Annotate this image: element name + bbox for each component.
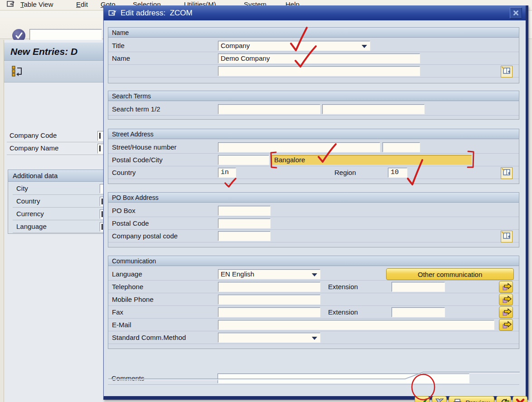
city-input[interactable]: Bangalore [271,155,472,165]
search-term-2-input[interactable] [322,104,425,114]
house-number-input[interactable] [382,142,420,152]
expand-name-icon[interactable] [501,66,513,77]
search-term-1-input[interactable] [218,104,320,114]
copy-arrow-icon [498,397,510,402]
language-label: Language [112,268,142,281]
street-address-header: Street Address [108,129,519,139]
red-x-icon [515,398,526,402]
std-comm-label: Standard Comm.Method [112,331,186,344]
title-value: Company [221,42,250,49]
name-input[interactable]: Demo Company [218,53,420,63]
dialog-titlebar[interactable]: Edit address: ZCOM [104,5,526,20]
other-communication-label: Other communication [418,271,483,278]
fax-extension-label: Extension [328,306,358,319]
edit-address-dialog: Edit address: ZCOM Name Title Company Na… [103,5,528,400]
add-email-button[interactable] [499,319,513,331]
country-label-bg: Country [16,197,40,205]
city-label: City [16,184,28,192]
comments-input[interactable] [218,373,469,383]
double-arrow-down-button[interactable] [432,396,447,402]
chevron-down-icon[interactable] [312,273,317,276]
country-label: Country [112,166,136,179]
company-name-field-stub[interactable] [97,144,104,154]
dialog-title: Edit address: ZCOM [121,9,193,18]
arrow-right-icon [501,295,512,304]
cancel-button[interactable] [513,396,527,402]
close-button[interactable] [510,7,522,19]
title-label: Title [112,39,125,52]
title-select[interactable]: Company [218,41,370,51]
preview-label: Preview [465,399,489,402]
pobox-postal-input[interactable] [218,218,271,228]
language-select[interactable]: EN English [218,269,320,279]
expand-street-icon[interactable] [501,167,513,179]
additional-data-group: Additional data City Country Currency La… [8,170,104,234]
region-input[interactable]: 10 [388,168,407,178]
row-divider [13,220,104,220]
language-label-bg: Language [16,223,47,230]
page-title: New Entries: D [4,46,77,57]
name-label: Name [112,52,130,65]
confirm-button[interactable] [415,396,430,402]
preview-button[interactable]: Preview [449,396,494,402]
country-input[interactable]: in [218,168,236,178]
window-menu-icon[interactable] [6,0,15,8]
company-code-label: Company Code [10,131,57,139]
fax-extension-input[interactable] [392,307,445,317]
postal-code-input[interactable] [218,155,269,165]
search-terms-header: Search Terms [108,91,519,101]
std-comm-select[interactable] [218,333,320,343]
company-code-field-stub[interactable] [97,131,104,141]
pobox-postal-label: Postal Code [112,217,149,230]
pobox-section: PO Box Address PO Box Postal Code Compan… [108,192,519,247]
international-versions-button[interactable] [496,396,511,402]
arrow-right-icon [501,320,512,329]
menu-table-view[interactable]: Table View [20,0,53,8]
company-name-label: Company Name [10,144,58,152]
comments-label: Comments [111,372,145,385]
other-communication-button[interactable]: Other communication [386,268,514,280]
chevron-down-icon[interactable] [362,45,367,48]
command-field[interactable] [29,29,102,41]
pobox-label: PO Box [112,204,135,217]
menu-edit[interactable]: Edit [76,0,88,8]
city-value: Bangalore [274,156,305,164]
company-postal-input[interactable] [218,231,271,241]
add-mobile-button[interactable] [499,294,513,305]
currency-label: Currency [16,210,44,218]
region-value: 10 [391,169,399,176]
arrow-right-icon [501,308,512,317]
name-section-header: Name [108,28,519,38]
add-fax-button[interactable] [499,306,513,318]
pobox-input[interactable] [218,206,271,216]
name2-input[interactable] [218,66,420,76]
fax-label: Fax [112,306,123,319]
pobox-header: PO Box Address [108,193,519,203]
communication-section: Communication Language EN English Other … [108,256,519,349]
close-icon [513,10,519,16]
row-divider [13,232,104,233]
communication-header: Communication [108,256,519,266]
telephone-input[interactable] [218,282,320,292]
fax-input[interactable] [218,307,320,317]
dialog-body: Name Title Company Name Demo Company [104,20,526,396]
telephone-label: Telephone [112,281,143,293]
email-input[interactable] [218,320,494,330]
name-section: Name Title Company Name Demo Company [108,27,519,83]
postal-code-city-label: Postal Code/City [112,154,163,166]
search-terms-section: Search Terms Search term 1/2 [108,91,519,120]
street-input[interactable] [218,142,380,152]
expand-pobox-icon[interactable] [501,231,513,242]
green-check-icon [416,397,428,402]
enter-check-icon [15,32,23,39]
application-toolbar [4,61,104,82]
language-value: EN English [221,270,254,278]
page-title-bar: New Entries: D [4,43,104,61]
telephone-extension-input[interactable] [392,282,445,292]
chevron-down-icon[interactable] [312,337,317,340]
next-entry-icon[interactable] [11,65,24,77]
add-telephone-button[interactable] [499,281,513,293]
mobile-input[interactable] [218,295,320,305]
new-entries-form: Company Code Company Name Additional dat… [4,82,104,402]
country-value: in [221,169,229,176]
